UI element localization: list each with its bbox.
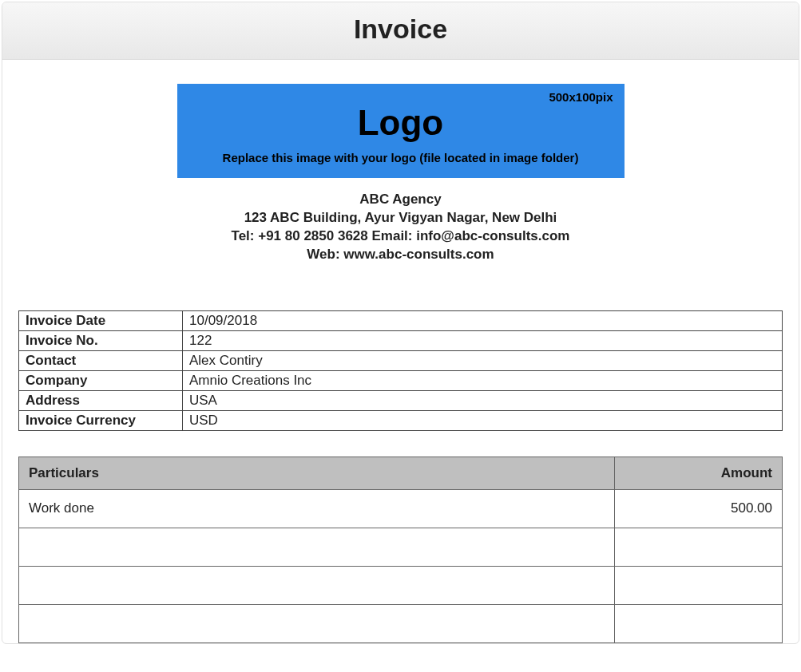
label-company: Company xyxy=(19,370,183,390)
value-address: USA xyxy=(183,390,783,410)
label-invoice-date: Invoice Date xyxy=(19,310,183,330)
logo-placeholder: 500x100pix Logo Replace this image with … xyxy=(177,84,625,178)
cell-particulars xyxy=(19,566,615,604)
item-row xyxy=(19,604,783,642)
value-invoice-date: 10/09/2018 xyxy=(183,310,783,330)
value-invoice-no: 122 xyxy=(183,330,783,350)
cell-amount: 500.00 xyxy=(615,489,783,528)
value-currency: USD xyxy=(183,410,783,430)
page-title: Invoice xyxy=(2,14,799,45)
title-bar: Invoice xyxy=(2,2,799,60)
value-contact: Alex Contiry xyxy=(183,350,783,370)
invoice-details-table: Invoice Date 10/09/2018 Invoice No. 122 … xyxy=(18,310,783,431)
detail-row-contact: Contact Alex Contiry xyxy=(19,350,783,370)
company-address: 123 ABC Building, Ayur Vigyan Nagar, New… xyxy=(18,209,783,227)
value-company: Amnio Creations Inc xyxy=(183,370,783,390)
detail-row-currency: Invoice Currency USD xyxy=(19,410,783,430)
content-area: 500x100pix Logo Replace this image with … xyxy=(2,60,799,643)
label-currency: Invoice Currency xyxy=(19,410,183,430)
cell-particulars xyxy=(19,604,615,642)
invoice-page: Invoice 500x100pix Logo Replace this ima… xyxy=(2,2,799,644)
items-header-row: Particulars Amount xyxy=(19,457,783,489)
header-amount: Amount xyxy=(615,457,783,489)
company-block: ABC Agency 123 ABC Building, Ayur Vigyan… xyxy=(18,191,783,264)
detail-row-address: Address USA xyxy=(19,390,783,410)
company-contact: Tel: +91 80 2850 3628 Email: info@abc-co… xyxy=(18,227,783,246)
line-items-table: Particulars Amount Work done 500.00 xyxy=(18,457,783,643)
cell-amount xyxy=(615,566,783,604)
item-row: Work done 500.00 xyxy=(19,489,783,528)
logo-wrap: 500x100pix Logo Replace this image with … xyxy=(18,84,783,178)
label-contact: Contact xyxy=(19,350,183,370)
company-name: ABC Agency xyxy=(18,191,783,209)
detail-row-no: Invoice No. 122 xyxy=(19,330,783,350)
item-row xyxy=(19,528,783,566)
label-address: Address xyxy=(19,390,183,410)
company-web: Web: www.abc-consults.com xyxy=(18,246,783,264)
logo-dimensions: 500x100pix xyxy=(549,90,613,104)
cell-amount xyxy=(615,604,783,642)
cell-particulars: Work done xyxy=(19,489,615,528)
cell-amount xyxy=(615,528,783,566)
item-row xyxy=(19,566,783,604)
cell-particulars xyxy=(19,528,615,566)
detail-row-company: Company Amnio Creations Inc xyxy=(19,370,783,390)
header-particulars: Particulars xyxy=(19,457,615,489)
logo-replace-text: Replace this image with your logo (file … xyxy=(177,151,625,164)
label-invoice-no: Invoice No. xyxy=(19,330,183,350)
detail-row-date: Invoice Date 10/09/2018 xyxy=(19,310,783,330)
